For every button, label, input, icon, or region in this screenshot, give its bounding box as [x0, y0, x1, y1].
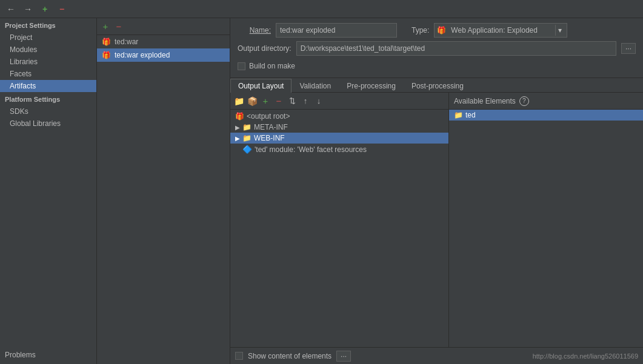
file-tree-panel: 📁 📦 + − ⇅ ↑ ↓ 🎁 <output root> ▶ 📁: [230, 93, 449, 347]
tree-item-meta-inf[interactable]: ▶ 📁 META-INF: [230, 122, 448, 133]
show-content-label: Show content of elements: [248, 352, 331, 360]
tabs-row: Output Layout Validation Pre-processing …: [230, 78, 643, 93]
web-inf-folder-icon: 📁: [242, 134, 252, 142]
url-text: http://blog.csdn.net/liang526011569: [533, 352, 638, 360]
folder-icon-button[interactable]: 📁: [233, 95, 245, 107]
web-inf-expand-icon: ▶: [235, 135, 240, 142]
top-toolbar: ← → + −: [0, 0, 643, 18]
platform-settings-title: Platform Settings: [0, 92, 96, 105]
project-settings-title: Project Settings: [0, 18, 96, 31]
name-row: Name: Type: 🎁 Web Application: Exploded …: [238, 23, 636, 38]
artifact-item-ted-war[interactable]: 🎁 ted:war: [97, 35, 230, 48]
output-dir-browse-button[interactable]: ···: [621, 43, 636, 54]
move-down-button[interactable]: ↓: [313, 95, 325, 107]
libraries-label: Libraries: [10, 58, 38, 66]
forward-button[interactable]: →: [22, 3, 34, 15]
modules-label: Modules: [10, 45, 37, 54]
package-icon-button[interactable]: 📦: [246, 95, 258, 107]
tree-item-ted-module[interactable]: 🔷 'ted' module: 'Web' facet resources: [230, 144, 448, 155]
sidebar-item-modules[interactable]: Modules: [0, 44, 96, 56]
output-layout: 📁 📦 + − ⇅ ↑ ↓ 🎁 <output root> ▶ 📁: [230, 93, 643, 347]
output-dir-row: Output directory: ···: [238, 41, 636, 56]
type-icon: 🎁: [437, 26, 446, 35]
tree-item-output-root[interactable]: 🎁 <output root>: [230, 111, 448, 122]
artifact-add-button[interactable]: +: [99, 21, 112, 33]
meta-inf-folder-icon: 📁: [242, 123, 252, 131]
sidebar-item-global-libraries[interactable]: Global Libraries: [0, 117, 96, 130]
show-content-options-button[interactable]: ···: [336, 351, 351, 362]
sidebar-item-project[interactable]: Project: [0, 31, 96, 44]
type-dropdown[interactable]: 🎁 Web Application: Exploded ▾: [434, 23, 567, 38]
sidebar-item-sdks[interactable]: SDKs: [0, 105, 96, 117]
avail-ted-folder-icon: 📁: [454, 111, 463, 119]
artifact-icon-2: 🎁: [102, 51, 111, 59]
sort-icon-button[interactable]: ⇅: [286, 95, 298, 107]
web-inf-label: WEB-INF: [254, 134, 285, 142]
main-container: Project Settings Project Modules Librari…: [0, 18, 643, 364]
name-label: Name:: [238, 26, 271, 35]
sidebar-item-artifacts[interactable]: Artifacts: [0, 80, 96, 92]
output-root-label: <output root>: [247, 112, 290, 121]
sidebar: Project Settings Project Modules Librari…: [0, 18, 97, 364]
settings-header: Name: Type: 🎁 Web Application: Exploded …: [230, 18, 643, 78]
tree-item-web-inf[interactable]: ▶ 📁 WEB-INF: [230, 133, 448, 144]
output-dir-label: Output directory:: [238, 44, 292, 53]
ted-module-label: 'ted' module: 'Web' facet resources: [255, 145, 367, 154]
avail-item-ted[interactable]: 📁 ted: [449, 110, 643, 121]
meta-inf-label: META-INF: [254, 123, 288, 131]
facets-label: Facets: [10, 70, 32, 78]
artifact-item-ted-war-exploded[interactable]: 🎁 ted:war exploded: [97, 48, 230, 62]
ted-module-icon: 🔷: [242, 145, 252, 154]
available-elements-header: Available Elements ?: [449, 93, 643, 110]
file-tree-content: 🎁 <output root> ▶ 📁 META-INF ▶ 📁 WEB-INF: [230, 110, 448, 347]
build-on-make-checkbox[interactable]: [238, 62, 245, 70]
available-elements-content: 📁 ted: [449, 110, 643, 347]
tab-output-layout[interactable]: Output Layout: [230, 79, 292, 93]
avail-ted-label: ted: [465, 111, 476, 119]
artifact-label-2: ted:war exploded: [115, 51, 170, 59]
artifact-list-panel: + − 🎁 ted:war 🎁 ted:war exploded: [97, 18, 230, 364]
artifact-list-toolbar: + −: [97, 18, 230, 35]
available-elements-panel: Available Elements ? 📁 ted: [449, 93, 643, 347]
output-dir-input[interactable]: [296, 41, 616, 56]
artifact-remove-button[interactable]: −: [113, 21, 125, 33]
sidebar-item-libraries[interactable]: Libraries: [0, 56, 96, 68]
build-on-make-label: Build on make: [249, 62, 295, 70]
show-content-checkbox[interactable]: [235, 352, 243, 360]
artifacts-label: Artifacts: [10, 82, 36, 90]
tree-add-button[interactable]: +: [259, 95, 272, 107]
bottom-bar: Show content of elements ··· http://blog…: [230, 347, 643, 364]
back-button[interactable]: ←: [5, 3, 17, 15]
type-label: Type:: [411, 26, 429, 35]
move-up-button[interactable]: ↑: [299, 95, 312, 107]
tab-post-processing[interactable]: Post-processing: [404, 79, 471, 93]
file-tree-toolbar: 📁 📦 + − ⇅ ↑ ↓: [230, 93, 448, 110]
name-input[interactable]: [276, 23, 397, 38]
remove-button[interactable]: −: [56, 3, 68, 15]
help-button[interactable]: ?: [519, 96, 529, 106]
sdks-label: SDKs: [10, 107, 28, 116]
meta-inf-expand-icon: ▶: [235, 124, 240, 131]
settings-panel: Name: Type: 🎁 Web Application: Exploded …: [230, 18, 643, 364]
sidebar-item-problems[interactable]: Problems: [0, 346, 96, 364]
tab-validation[interactable]: Validation: [292, 79, 339, 93]
output-root-icon: 🎁: [235, 112, 244, 121]
tab-pre-processing[interactable]: Pre-processing: [339, 79, 404, 93]
add-button[interactable]: +: [39, 3, 51, 15]
artifact-icon-1: 🎁: [102, 38, 111, 46]
tree-remove-button[interactable]: −: [273, 95, 285, 107]
project-label: Project: [10, 33, 32, 42]
build-on-make-row: Build on make: [238, 59, 636, 73]
global-libraries-label: Global Libraries: [10, 119, 61, 128]
type-dropdown-arrow[interactable]: ▾: [555, 25, 564, 36]
available-elements-title: Available Elements: [454, 97, 516, 105]
type-dropdown-text: Web Application: Exploded: [448, 26, 555, 35]
sidebar-item-facets[interactable]: Facets: [0, 68, 96, 80]
artifact-label-1: ted:war: [115, 38, 138, 46]
